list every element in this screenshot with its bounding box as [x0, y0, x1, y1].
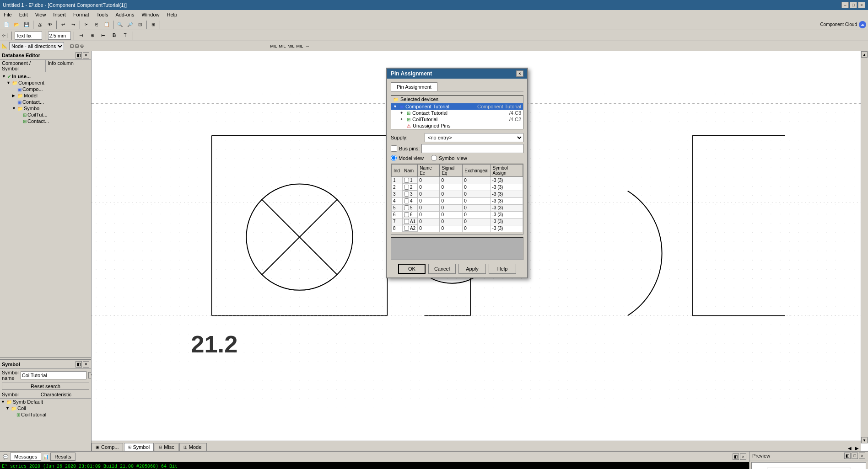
msg-close-btn[interactable]: ×	[740, 453, 746, 460]
device-row-coil[interactable]: + ⊞ CoilTutorial /4.C2	[391, 116, 523, 123]
expand-inuse[interactable]: ▼	[2, 74, 6, 79]
tab-comp[interactable]: ▣ Comp...	[92, 443, 123, 451]
model-view-radio[interactable]	[391, 155, 397, 161]
node-dropdown[interactable]: Node - all directions	[9, 42, 64, 50]
redo-btn[interactable]: ↪	[69, 20, 78, 29]
bold-btn[interactable]: B	[110, 31, 119, 40]
db-editor-controls[interactable]: ◧ ×	[75, 52, 89, 59]
align-right-btn[interactable]: ⊢	[99, 31, 108, 40]
preview-float-btn[interactable]: □	[852, 453, 858, 459]
tab-symbol[interactable]: ⊞ Symbol	[124, 443, 154, 451]
save-btn[interactable]: 💾	[22, 20, 31, 29]
pin-checkbox-4[interactable]	[404, 198, 409, 203]
help-button[interactable]: Help	[489, 264, 516, 274]
preview-btn[interactable]: 👁	[45, 20, 54, 29]
device-row-unassigned[interactable]: ⚠ Unassigned Pins	[391, 123, 523, 129]
cancel-button[interactable]: Cancel	[428, 264, 456, 274]
menu-edit[interactable]: Edit	[17, 11, 30, 18]
print-btn[interactable]: 🖨	[35, 20, 44, 29]
align-left-btn[interactable]: ⊣	[77, 31, 86, 40]
pin-checkbox-2[interactable]	[404, 185, 409, 190]
pin-row-3[interactable]: 3 3 0 0 0 -3 (3)	[392, 191, 523, 197]
expand-coil-dev[interactable]: +	[400, 117, 407, 122]
menu-format[interactable]: Format	[71, 11, 91, 18]
pin-checkbox-7[interactable]	[404, 219, 409, 224]
tree-coiltut[interactable]: ⊞ CoilTut...	[1, 112, 90, 118]
menu-insert[interactable]: Insert	[51, 11, 68, 18]
tree-symb-default[interactable]: ▼ 📁 Symb Default	[0, 399, 91, 405]
tree-contact[interactable]: ▣ Contact...	[1, 99, 90, 105]
close-btn[interactable]: ×	[858, 2, 865, 8]
preview-pin-btn[interactable]: ◧	[844, 453, 851, 459]
pin-row-7[interactable]: 7 A1 0 0 0 -3 (3)	[392, 218, 523, 225]
maximize-btn[interactable]: □	[850, 2, 857, 8]
device-row-component-tutorial[interactable]: ▼ ▣ Component Tutorial Component Tutoria…	[391, 103, 523, 110]
pin-checkbox-8[interactable]	[404, 226, 409, 231]
symbol-view-radio[interactable]	[431, 155, 437, 161]
dialog-close-btn[interactable]: ×	[516, 70, 523, 77]
align-center-btn[interactable]: ⊕	[88, 31, 97, 40]
tab-misc[interactable]: ⊟ Misc	[155, 443, 178, 451]
expand-ct[interactable]: ▼	[393, 104, 399, 109]
pin-checkbox-3[interactable]	[404, 192, 409, 197]
new-btn[interactable]: 📄	[2, 20, 11, 29]
expand-component[interactable]: ▼	[6, 80, 11, 85]
tree-component[interactable]: ▼ 📁 Component	[1, 80, 90, 86]
preview-close-btn[interactable]: ×	[859, 453, 865, 459]
expand-contact-dev[interactable]: +	[400, 111, 407, 115]
zoom-in-btn[interactable]: 🔍	[115, 20, 124, 29]
undo-btn[interactable]: ↩	[59, 20, 68, 29]
cloud-icon[interactable]: ☁	[859, 21, 866, 28]
preview-controls[interactable]: ◧ □ ×	[844, 453, 865, 459]
window-controls[interactable]: – □ ×	[841, 2, 865, 8]
expand-symbol[interactable]: ▼	[12, 106, 16, 111]
model-view-radio-label[interactable]: Model view	[391, 155, 424, 161]
messages-tab[interactable]: Messages	[10, 453, 41, 461]
tree-compo[interactable]: ▣ Compo...	[1, 86, 90, 92]
scroll-up-btn[interactable]: ▲	[861, 51, 868, 58]
messages-controls[interactable]: ◧ ×	[733, 453, 746, 460]
canvas-vscroll[interactable]: ▲ ▼	[861, 51, 868, 443]
pin-checkbox-6[interactable]	[404, 212, 409, 217]
zoom-out-btn[interactable]: 🔎	[125, 20, 135, 29]
grid-btn[interactable]: ⊞	[149, 20, 158, 29]
pin-checkbox-1[interactable]	[404, 178, 409, 183]
dimension-input[interactable]	[48, 32, 71, 40]
tree-contact-child[interactable]: ⊞ Contact...	[1, 118, 90, 124]
canvas-tab-arrows[interactable]: ◀ ▶	[846, 446, 861, 451]
msg-pin-btn[interactable]: ◧	[733, 453, 739, 460]
tree-inuse[interactable]: ▼ ✔ In use...	[1, 73, 90, 80]
apply-button[interactable]: Apply	[458, 264, 486, 274]
pin-row-4[interactable]: 4 4 0 0 0 -3 (3)	[392, 197, 523, 204]
db-close-btn[interactable]: ×	[83, 52, 89, 59]
ok-button[interactable]: OK	[398, 264, 426, 274]
tab-prev-btn[interactable]: ◀	[846, 446, 853, 451]
text-fix-input[interactable]	[15, 32, 42, 40]
minimize-btn[interactable]: –	[841, 2, 849, 8]
text-size-btn[interactable]: T	[121, 31, 130, 40]
menu-tools[interactable]: Tools	[95, 11, 110, 18]
pin-row-1[interactable]: 1 1 0 0 0 -3 (3)	[392, 177, 523, 184]
symbol-view-radio-label[interactable]: Symbol view	[431, 155, 467, 161]
symbol-close-btn[interactable]: ×	[83, 361, 89, 368]
pin-row-5[interactable]: 5 5 0 0 0 -3 (3)	[392, 204, 523, 211]
tab-next-btn[interactable]: ▶	[853, 446, 861, 451]
bus-pins-checkbox[interactable]	[391, 145, 397, 152]
pin-row-6[interactable]: 6 6 0 0 0 -3 (3)	[392, 211, 523, 218]
supply-select[interactable]: <no entry>	[425, 133, 523, 142]
menu-view[interactable]: View	[33, 11, 48, 18]
tree-coiltutorial[interactable]: ⊞ CoilTutorial	[0, 411, 91, 418]
pin-row-2[interactable]: 2 2 0 0 0 -3 (3)	[392, 184, 523, 191]
symbol-float-btn[interactable]: ◧	[75, 361, 82, 368]
tree-model[interactable]: ▶ 📁 Model	[1, 92, 90, 99]
symbol-name-input[interactable]	[21, 371, 86, 379]
menu-file[interactable]: File	[2, 11, 14, 18]
menu-window[interactable]: Window	[140, 11, 161, 18]
reset-search-btn[interactable]: Reset search	[2, 383, 89, 390]
paste-btn[interactable]: 📋	[102, 20, 111, 29]
menu-help[interactable]: Help	[165, 11, 179, 18]
device-row-contact[interactable]: + ⊞ Contact Tutorial /4.C3	[391, 110, 523, 116]
bus-pins-input[interactable]	[421, 144, 523, 153]
fit-btn[interactable]: ⊡	[135, 20, 145, 29]
copy-btn[interactable]: ⎘	[92, 20, 101, 29]
